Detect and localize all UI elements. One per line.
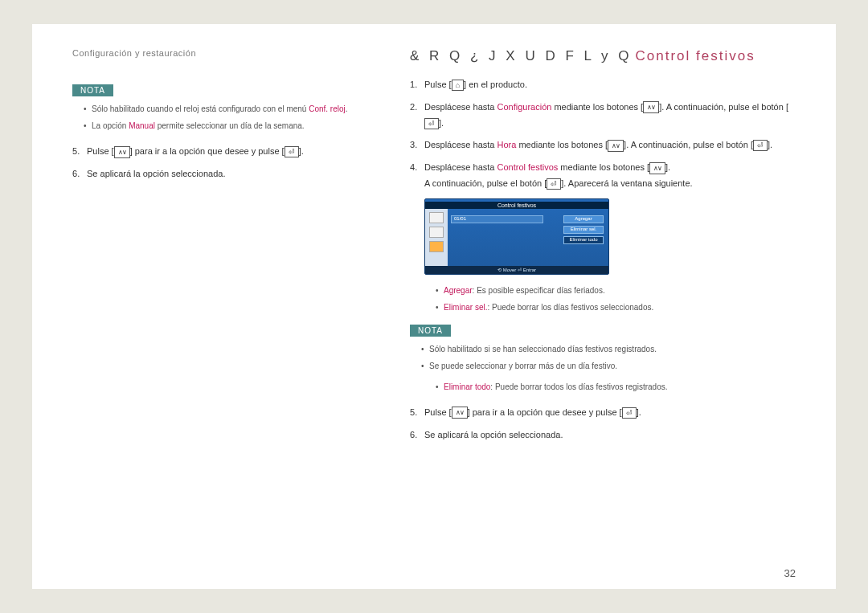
enter-icon: [753, 140, 768, 151]
step-2: Desplácese hasta Configuración mediante …: [410, 100, 796, 132]
right-nota-list: Sólo habilitado si se han seleccionado d…: [410, 343, 796, 373]
nota-item: Sólo habilitado cuando el reloj está con…: [84, 103, 378, 116]
highlight: Agregar: [444, 286, 473, 295]
date-row: 01/01: [451, 215, 543, 223]
agregar-button: Agregar: [563, 215, 604, 223]
highlight: Control festivos: [497, 162, 559, 172]
updown-icon: [608, 140, 624, 152]
updown-icon: [643, 101, 659, 113]
enter-icon: [547, 178, 561, 190]
updown-icon: [649, 162, 665, 174]
step-5: Pulse [] para ir a la opción que desee y…: [72, 144, 378, 160]
page-number: 32: [784, 567, 796, 579]
enter-icon: [285, 146, 299, 157]
sidebar-thumb-icon: [429, 227, 444, 238]
updown-icon: [114, 146, 130, 158]
right-column: & R Q ¿ J X U D F L y QControl festivos …: [398, 48, 796, 565]
eliminar-todo-button: Eliminar todo: [563, 236, 604, 244]
right-steps-1to4: Pulse [] en el producto. Desplácese hast…: [410, 77, 796, 192]
highlight: Hora: [497, 140, 517, 149]
enter-icon: [622, 407, 637, 419]
nota-badge-left: NOTA: [72, 84, 113, 96]
step-3: Desplácese hasta Hora mediante los boton…: [410, 137, 796, 153]
left-column: Configuración y restauración NOTA Sólo h…: [72, 48, 398, 565]
step-4: Desplácese hasta Control festivos median…: [410, 160, 796, 192]
highlight: Manual: [129, 121, 155, 130]
eliminar-sel-button: Eliminar sel.: [563, 226, 604, 234]
highlight: Eliminar todo: [444, 382, 490, 391]
option-eliminar-todo: Eliminar todo: Puede borrar todos los dí…: [436, 381, 796, 394]
dialog-screenshot: Control festivos 01/01 Agregar Eliminar …: [424, 198, 609, 275]
step-5: Pulse [] para ir a la opción que desee y…: [410, 405, 796, 421]
page-header: Configuración y restauración: [72, 48, 378, 58]
left-nota-list: Sólo habilitado cuando el reloj está con…: [72, 103, 378, 133]
nota-item: Sólo habilitado si se han seleccionado d…: [421, 343, 796, 356]
nota-item: La opción Manual permite seleccionar un …: [84, 120, 378, 133]
garbled-text: & R Q ¿ J X U D F L y Q: [410, 48, 633, 63]
right-steps-5to6: Pulse [] para ir a la opción que desee y…: [410, 405, 796, 443]
dialog-sidebar: [425, 209, 448, 266]
nota-item: Se puede seleccionar y borrar más de un …: [421, 360, 796, 373]
option-eliminar-sel: Eliminar sel.: Puede borrar los días fes…: [436, 301, 796, 314]
step-6: Se aplicará la opción seleccionada.: [72, 166, 378, 182]
enter-icon: [424, 118, 439, 129]
highlight: Eliminar sel.: [444, 303, 487, 312]
left-steps: Pulse [] para ir a la opción que desee y…: [72, 144, 378, 182]
step-1: Pulse [] en el producto.: [410, 77, 796, 93]
highlight: Configuración: [497, 102, 552, 112]
updown-icon: [452, 407, 468, 419]
sidebar-thumb-icon: [429, 241, 444, 252]
nota-badge-right: NOTA: [410, 325, 451, 337]
menu-icon: [452, 80, 464, 91]
highlight: Conf. reloj: [309, 104, 346, 113]
option-list-2: Eliminar todo: Puede borrar todos los dí…: [424, 381, 796, 394]
section-title: & R Q ¿ J X U D F L y QControl festivos: [410, 48, 796, 64]
dialog-footer: ⟲ Mover ⏎ Entrar: [425, 266, 608, 274]
option-agregar: Agregar: Es posible especificar días fer…: [436, 284, 796, 297]
sidebar-thumb-icon: [429, 212, 444, 223]
step-6: Se aplicará la opción seleccionada.: [410, 427, 796, 443]
dialog-title: Control festivos: [425, 202, 608, 209]
option-list: Agregar: Es posible especificar días fer…: [424, 284, 796, 314]
document-page: Configuración y restauración NOTA Sólo h…: [32, 24, 836, 589]
